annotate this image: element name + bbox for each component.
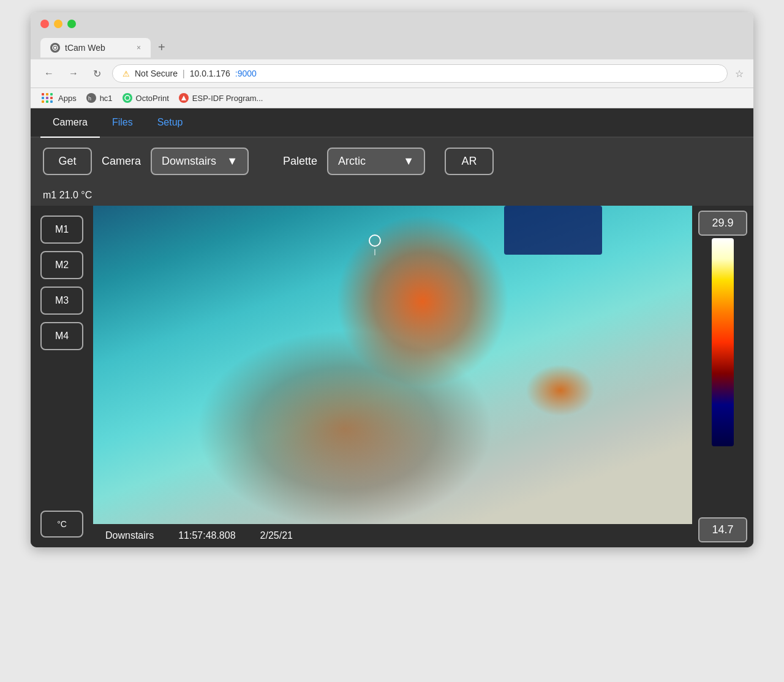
thermal-image[interactable] (93, 206, 692, 524)
palette-label: Palette (283, 155, 317, 168)
back-button[interactable]: ← (40, 66, 58, 81)
security-label: Not Secure (135, 69, 178, 78)
apps-icon (40, 92, 55, 104)
camera-main-area: M1 M2 M3 M4 °C (31, 206, 753, 547)
caption-timestamp: 11:57:48.808 (178, 530, 235, 541)
scale-min-value: 14.7 (698, 517, 747, 542)
m2-button[interactable]: M2 (40, 251, 83, 279)
esp-icon (179, 93, 189, 103)
m4-button[interactable]: M4 (40, 322, 83, 350)
caption-date: 2/25/21 (260, 530, 293, 541)
refresh-button[interactable]: ↻ (89, 66, 105, 82)
get-button[interactable]: Get (43, 148, 92, 175)
marker-buttons: M1 M2 M3 M4 (31, 206, 93, 360)
camera-select[interactable]: Downstairs ▼ (151, 148, 249, 175)
svg-text:h: h (88, 96, 91, 102)
left-panel: M1 M2 M3 M4 °C (31, 206, 93, 547)
camera-value: Downstairs (162, 155, 216, 168)
tab-bar: tCam Web × + (31, 36, 753, 59)
bookmark-octoprint-label: OctoPrint (136, 94, 169, 103)
hc1-icon: h (86, 93, 96, 103)
svg-marker-4 (181, 96, 186, 100)
close-button[interactable] (40, 20, 49, 28)
crosshair-line (374, 249, 375, 255)
svg-point-1 (54, 47, 56, 49)
tab-files[interactable]: Files (100, 108, 145, 138)
caption-camera: Downstairs (105, 530, 154, 541)
bookmark-hc1[interactable]: h hc1 (86, 93, 113, 103)
browser-tab[interactable]: tCam Web × (40, 38, 151, 58)
browser-frame: tCam Web × + ← → ↻ ⚠ Not Secure | 10.0.1… (31, 12, 753, 547)
maximize-button[interactable] (67, 20, 76, 28)
tab-favicon (50, 43, 60, 53)
bookmark-esp[interactable]: ESP-IDF Program... (179, 93, 263, 103)
url-port: :9000 (235, 69, 257, 78)
app-tabs: Camera Files Setup (31, 108, 753, 138)
bookmark-esp-label: ESP-IDF Program... (192, 94, 263, 103)
m1-button[interactable]: M1 (40, 215, 83, 244)
camera-label: Camera (102, 155, 141, 168)
svg-point-3 (125, 96, 130, 100)
bookmark-hc1-label: hc1 (100, 94, 113, 103)
toolbar: Get Camera Downstairs ▼ Palette Arctic ▼… (31, 138, 753, 185)
scale-max-value: 29.9 (698, 211, 747, 236)
unit-button[interactable]: °C (40, 511, 83, 538)
palette-value: Arctic (338, 155, 366, 168)
address-bar: ← → ↻ ⚠ Not Secure | 10.0.1.176:9000 ☆ (31, 59, 753, 88)
tab-close-button[interactable]: × (137, 43, 141, 52)
palette-select[interactable]: Arctic ▼ (327, 148, 425, 175)
bookmarks-bar: Apps h hc1 OctoPrint ESP-IDF Program... (31, 88, 753, 108)
camera-dropdown-arrow: ▼ (227, 155, 238, 168)
url-bar[interactable]: ⚠ Not Secure | 10.0.1.176:9000 (112, 64, 728, 83)
color-scale-panel: 29.9 14.7 (692, 206, 753, 547)
title-bar (31, 12, 753, 36)
forward-button[interactable]: → (65, 66, 82, 81)
tab-setup[interactable]: Setup (145, 108, 195, 138)
temp-info: m1 21.0 °C (31, 185, 753, 206)
crosshair-marker (369, 234, 381, 249)
url-separator: | (183, 69, 185, 78)
new-tab-button[interactable]: + (153, 36, 170, 59)
url-host: 10.0.1.176 (190, 69, 230, 78)
tab-camera[interactable]: Camera (40, 108, 100, 138)
blue-dark-region (504, 206, 602, 255)
crosshair-circle (369, 234, 381, 247)
ar-button[interactable]: AR (445, 148, 494, 175)
octoprint-icon (123, 93, 132, 103)
palette-dropdown-arrow: ▼ (403, 155, 414, 168)
bookmark-apps-label: Apps (58, 94, 77, 103)
app-content: Camera Files Setup Get Camera Downstairs… (31, 108, 753, 547)
bookmark-octoprint[interactable]: OctoPrint (123, 93, 169, 103)
bookmark-apps[interactable]: Apps (40, 92, 77, 104)
image-caption: Downstairs 11:57:48.808 2/25/21 (93, 524, 692, 547)
security-warning-icon: ⚠ (123, 69, 130, 78)
thermal-image-wrapper: Downstairs 11:57:48.808 2/25/21 (93, 206, 692, 547)
color-scale-bar (712, 238, 734, 446)
traffic-lights (40, 20, 76, 28)
bookmark-button[interactable]: ☆ (735, 68, 744, 80)
minimize-button[interactable] (54, 20, 62, 28)
m3-button[interactable]: M3 (40, 287, 83, 315)
temp-reading: m1 21.0 °C (43, 190, 92, 200)
tab-title: tCam Web (65, 43, 105, 53)
